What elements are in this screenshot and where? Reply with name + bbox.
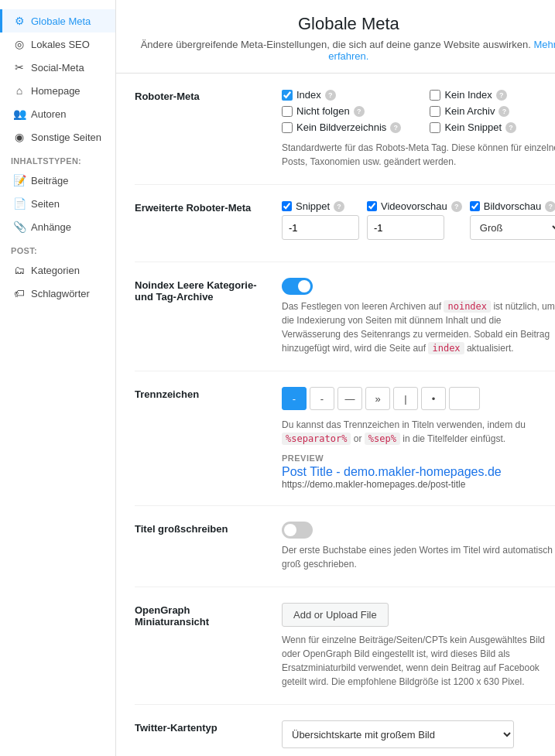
checkbox-kein-index: Kein Index ? [430,89,555,101]
preview-label: PREVIEW [282,453,555,463]
noindex-label: Noindex Leere Kategorie- und Tag-Archive [135,278,266,355]
sep-btn-dash[interactable]: - [310,387,334,410]
page-header: Globale Meta Ändere übergreifende Meta-E… [116,0,555,74]
titel-grossschreiben-row: Titel großschreiben Der erste Buchstabe … [135,506,555,587]
twitter-karten-select[interactable]: Übersichtskarte mit großem Bild Übersich… [282,720,514,748]
sep-btn-empty[interactable] [449,387,480,410]
checkbox-kein-bildverzeichnis: Kein Bildverzeichnis ? [282,121,414,133]
trennzeichen-label: Trennzeichen [135,387,266,490]
kein-archiv-checkbox[interactable] [430,106,440,117]
snippet-label: Snippet [296,200,330,212]
section-post: Post: [0,238,115,258]
trennzeichen-row: Trennzeichen - - — » | • Du kannst da [135,371,555,506]
noindex-toggle[interactable] [282,278,313,295]
sidebar-item-lokales-seo[interactable]: ◎ Lokales SEO [0,32,115,56]
separator-code2: %sep% [365,433,400,445]
twitter-karten-control: Übersichtskarte mit großem Bild Übersich… [282,720,555,756]
roboter-meta-control: Index ? Kein Index ? Nicht folgen [282,89,555,169]
titel-toggle[interactable] [282,522,313,539]
videovorschau-checkbox-row: Videovorschau ? [367,200,462,212]
sidebar-item-social-meta[interactable]: ✂ Social-Meta [0,56,115,79]
sidebar-item-autoren[interactable]: 👥 Autoren [0,102,115,125]
snippet-input[interactable] [282,215,359,240]
roboter-meta-description: Standardwerte für das Robots-Meta Tag. D… [282,141,555,169]
social-icon: ✂ [13,61,26,74]
sep-btn-pipe[interactable]: | [393,387,418,410]
preview-section: PREVIEW Post Title - demo.makler-homepag… [282,453,555,490]
sep-btn-chevron[interactable]: » [365,387,390,410]
twitter-karten-label: Twitter-Kartentyp [135,720,266,756]
videovorschau-checkbox[interactable] [367,201,377,211]
sidebar-item-sonstige-seiten[interactable]: ◉ Sonstige Seiten [0,125,115,149]
posts-icon: 📝 [13,174,26,186]
snippet-col: Snippet ? [282,200,359,240]
bildvorschau-help-icon[interactable]: ? [545,201,555,212]
kein-snippet-help-icon[interactable]: ? [505,122,516,133]
separator-description: Du kannst das Trennzeichen in Titeln ver… [282,418,555,446]
erweiterte-checkboxes-row: Snippet ? Videovorschau ? [282,200,555,240]
index-help-icon[interactable]: ? [325,90,336,101]
kein-bildverzeichnis-checkbox[interactable] [282,122,293,133]
bildvorschau-col: Bildvorschau ? Groß Klein Mittel [470,200,555,240]
videovorschau-input[interactable] [367,215,444,240]
kein-snippet-checkbox[interactable] [430,122,440,133]
kein-index-help-icon[interactable]: ? [496,90,507,101]
sidebar-item-kategorien[interactable]: 🗂 Kategorien [0,258,115,282]
titel-toggle-row [282,522,555,539]
snippet-checkbox-row: Snippet ? [282,200,359,212]
noindex-control: Das Festlegen von leeren Archiven auf no… [282,278,555,355]
tag-icon: 🏷 [13,287,26,299]
index-checkbox[interactable] [282,90,293,101]
erweiterte-roboter-meta-row: Erweiterte Roboter-Meta Snippet ? [135,185,555,262]
page-title: Globale Meta [135,14,555,34]
kein-index-label: Kein Index [444,89,492,101]
content-area: Globale Meta Ändere übergreifende Meta-E… [116,0,555,756]
bildvorschau-select[interactable]: Groß Klein Mittel [470,215,555,240]
separator-buttons: - - — » | • [282,387,555,410]
index-label: Index [296,89,321,101]
twitter-karten-row: Twitter-Kartentyp Übersichtskarte mit gr… [135,705,555,756]
checkbox-kein-snippet: Kein Snippet ? [430,121,555,133]
sep-btn-dash-blue[interactable]: - [282,387,307,410]
bildvorschau-label: Bildvorschau [484,200,541,212]
preview-title: Post Title - demo.makler-homepages.de [282,465,555,479]
sidebar-item-globale-meta[interactable]: ⚙ Globale Meta [0,9,115,32]
upload-button[interactable]: Add or Upload File [282,603,389,627]
kein-archiv-help-icon[interactable]: ? [498,106,509,117]
roboter-meta-label: Roboter-Meta [135,89,266,169]
videovorschau-label: Videovorschau [381,200,447,212]
titel-grossschreiben-description: Der erste Buchstabe eines jeden Wortes i… [282,543,555,571]
videovorschau-help-icon[interactable]: ? [451,201,462,212]
sidebar-item-anhaenge[interactable]: 📎 Anhänge [0,215,115,238]
sidebar-item-homepage[interactable]: ⌂ Homepage [0,79,115,102]
sidebar: ⚙ Globale Meta ◎ Lokales SEO ✂ Social-Me… [0,0,116,756]
kein-index-checkbox[interactable] [430,90,440,101]
section-inhaltstypen: Inhaltstypen: [0,149,115,169]
bildvorschau-checkbox[interactable] [470,201,480,211]
trennzeichen-control: - - — » | • Du kannst das Trennzeichen i… [282,387,555,490]
erweiterte-roboter-meta-label: Erweiterte Roboter-Meta [135,200,266,246]
kein-archiv-label: Kein Archiv [444,105,495,117]
titel-grossschreiben-label: Titel großschreiben [135,522,266,571]
category-icon: 🗂 [13,264,26,276]
sidebar-item-seiten[interactable]: 📄 Seiten [0,192,115,215]
sep-btn-emdash[interactable]: — [337,387,362,410]
roboter-meta-checkboxes: Index ? Kein Index ? Nicht folgen [282,89,555,133]
snippet-checkbox[interactable] [282,201,292,211]
snippet-help-icon[interactable]: ? [334,201,344,212]
sep-btn-bullet[interactable]: • [421,387,446,410]
settings-content: Roboter-Meta Index ? Kein Index ? [116,74,555,756]
pages-list-icon: 📄 [13,197,26,210]
roboter-meta-row: Roboter-Meta Index ? Kein Index ? [135,74,555,185]
sidebar-item-beitraege[interactable]: 📝 Beiträge [0,169,115,192]
page-subtitle: Ändere übergreifende Meta-Einstellungen,… [135,39,555,62]
nicht-folgen-checkbox[interactable] [282,106,293,117]
kein-bildverzeichnis-label: Kein Bildverzeichnis [296,121,386,133]
noindex-code: noindex [444,300,491,313]
kein-bildverzeichnis-help-icon[interactable]: ? [390,122,401,133]
checkbox-index: Index ? [282,89,414,101]
index-code: index [428,342,464,354]
nicht-folgen-help-icon[interactable]: ? [354,106,365,117]
sidebar-item-schlagwoerter[interactable]: 🏷 Schlagwörter [0,282,115,305]
titel-grossschreiben-control: Der erste Buchstabe eines jeden Wortes i… [282,522,555,571]
